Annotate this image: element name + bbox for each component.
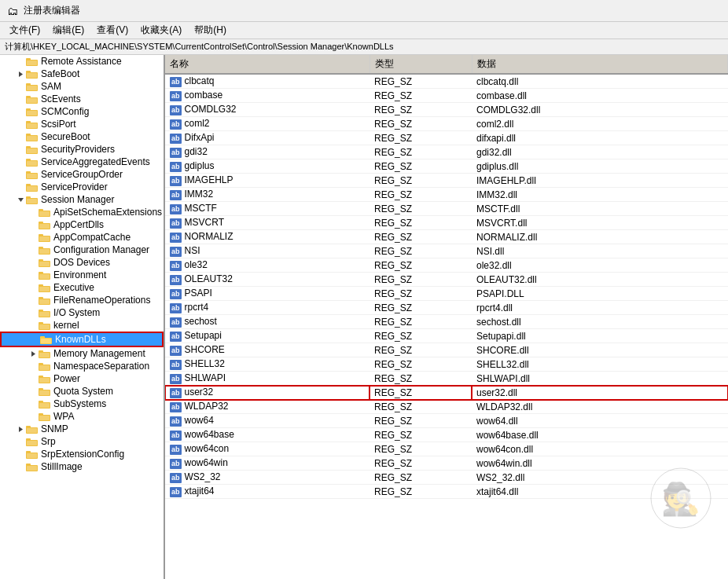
expand-arrow-appcertdlls[interactable] xyxy=(28,220,38,229)
tree-item-sessionmanager[interactable]: Session Manager xyxy=(0,193,164,206)
table-row[interactable]: abxtajit64REG_SZxtajit64.dll xyxy=(165,485,728,499)
tree-item-quotasystem[interactable]: Quota System xyxy=(0,385,164,398)
table-row[interactable]: abcombaseREG_SZcombase.dll xyxy=(165,89,728,103)
tree-item-appcertdlls[interactable]: AppCertDlls xyxy=(0,218,164,231)
expand-arrow-apisetschema[interactable] xyxy=(28,207,38,217)
tree-item-environment[interactable]: Environment xyxy=(0,269,164,281)
table-row[interactable]: abSetupapiREG_SZSetupapi.dll xyxy=(165,329,728,343)
tree-item-subsystems[interactable]: SubSystems xyxy=(0,398,164,410)
table-row[interactable]: abcoml2REG_SZcoml2.dll xyxy=(165,117,728,131)
tree-item-sam[interactable]: SAM xyxy=(0,80,164,93)
expand-arrow-knowndlls[interactable] xyxy=(30,335,39,344)
expand-arrow-securityproviders[interactable] xyxy=(16,145,25,154)
expand-arrow-executive[interactable] xyxy=(28,283,38,292)
table-row[interactable]: abwow64conREG_SZwow64con.dll xyxy=(165,442,728,456)
menu-item-f[interactable]: 文件(F) xyxy=(3,22,46,38)
tree-item-scevents[interactable]: ScEvents xyxy=(0,93,164,105)
expand-arrow-memorymanagement[interactable] xyxy=(28,349,38,358)
tree-item-apisetschema[interactable]: ApiSetSchemaExtensions xyxy=(0,206,164,218)
table-row[interactable]: abgdi32REG_SZgdi32.dll xyxy=(165,145,728,159)
table-row[interactable]: abNSIREG_SZNSI.dll xyxy=(165,244,728,258)
expand-arrow-environment[interactable] xyxy=(28,270,38,280)
table-row[interactable]: abMSVCRTREG_SZMSVCRT.dll xyxy=(165,216,728,230)
table-row[interactable]: abDifxApiREG_SZdifxapi.dll xyxy=(165,131,728,145)
expand-arrow-scmconfig[interactable] xyxy=(16,107,25,116)
expand-arrow-appcompatchache[interactable] xyxy=(28,233,38,242)
tree-item-serviceaggregatedevents[interactable]: ServiceAggregatedEvents xyxy=(0,156,164,168)
tree-item-scmconfig[interactable]: SCMConfig xyxy=(0,105,164,118)
expand-arrow-snmp[interactable] xyxy=(16,424,25,434)
expand-arrow-subsystems[interactable] xyxy=(28,399,38,409)
table-row[interactable]: abole32REG_SZole32.dll xyxy=(165,258,728,273)
table-row[interactable]: abIMAGEHLPREG_SZIMAGEHLP.dll xyxy=(165,174,728,188)
table-row[interactable]: abrpcrt4REG_SZrpcrt4.dll xyxy=(165,301,728,315)
expand-arrow-dosdevices[interactable] xyxy=(28,258,38,267)
expand-arrow-iosystem[interactable] xyxy=(28,308,38,317)
menu-item-v[interactable]: 查看(V) xyxy=(90,22,134,38)
expand-arrow-filerenameoperation[interactable] xyxy=(28,295,38,305)
menu-item-e[interactable]: 编辑(E) xyxy=(46,22,90,38)
tree-panel[interactable]: Remote Assistance SafeBoot SAM ScEvents … xyxy=(0,55,165,579)
table-row[interactable]: absechostREG_SZsechost.dll xyxy=(165,315,728,329)
expand-arrow-stillimage[interactable] xyxy=(16,462,25,471)
tree-item-knowndlls[interactable]: KnownDLLs xyxy=(0,332,164,347)
tree-item-scsiport[interactable]: ScsiPort xyxy=(0,118,164,130)
expand-arrow-sessionmanager[interactable] xyxy=(16,195,25,204)
table-row[interactable]: abWS2_32REG_SZWS2_32.dll xyxy=(165,471,728,485)
expand-arrow-kernel[interactable] xyxy=(28,321,38,330)
tree-item-appcompatchache[interactable]: AppCompatCache xyxy=(0,231,164,244)
expand-arrow-namespaceseparation[interactable] xyxy=(28,361,38,371)
table-row[interactable]: abNORMALIZREG_SZNORMALIZ.dll xyxy=(165,230,728,244)
tree-item-snmp[interactable]: SNMP xyxy=(0,423,164,435)
tree-item-secureboot[interactable]: SecureBoot xyxy=(0,130,164,143)
table-row[interactable]: abPSAPIREG_SZPSAPI.DLL xyxy=(165,287,728,301)
table-row[interactable]: abclbcatqREG_SZclbcatq.dll xyxy=(165,74,728,89)
menu-item-h[interactable]: 帮助(H) xyxy=(188,22,233,38)
tree-item-dosdevices[interactable]: DOS Devices xyxy=(0,256,164,269)
expand-arrow-scevents[interactable] xyxy=(16,94,25,104)
expand-arrow-secureboot[interactable] xyxy=(16,132,25,141)
tree-item-srpextensionconfig[interactable]: SrpExtensionConfig xyxy=(0,448,164,460)
tree-item-serviceprovider[interactable]: ServiceProvider xyxy=(0,181,164,193)
table-row[interactable]: abSHELL32REG_SZSHELL32.dll xyxy=(165,357,728,372)
tree-item-wpa[interactable]: WPA xyxy=(0,410,164,423)
tree-item-remote-assistance[interactable]: Remote Assistance xyxy=(0,55,164,68)
expand-arrow-remote-assistance[interactable] xyxy=(16,57,25,66)
expand-arrow-power[interactable] xyxy=(28,374,38,383)
tree-item-securityproviders[interactable]: SecurityProviders xyxy=(0,143,164,156)
tree-item-executive[interactable]: Executive xyxy=(0,281,164,294)
table-row[interactable]: abOLEAUT32REG_SZOLEAUT32.dll xyxy=(165,273,728,287)
tree-item-iosystem[interactable]: I/O System xyxy=(0,306,164,319)
expand-arrow-quotasystem[interactable] xyxy=(28,387,38,396)
table-row[interactable]: abWLDAP32REG_SZWLDAP32.dll xyxy=(165,400,728,414)
expand-arrow-serviceaggregatedevents[interactable] xyxy=(16,157,25,167)
expand-arrow-srp[interactable] xyxy=(16,437,25,446)
table-row[interactable]: abwow64baseREG_SZwow64base.dll xyxy=(165,428,728,442)
tree-item-servicegrouporder[interactable]: ServiceGroupOrder xyxy=(0,168,164,181)
table-row[interactable]: abSHLWAPIREG_SZSHLWAPI.dll xyxy=(165,372,728,386)
col-header-type[interactable]: 类型 xyxy=(370,55,472,74)
col-header-data[interactable]: 数据 xyxy=(472,55,728,74)
expand-arrow-safeboot[interactable] xyxy=(16,69,25,79)
expand-arrow-srpextensionconfig[interactable] xyxy=(16,449,25,459)
table-row[interactable]: abgdiplusREG_SZgdiplus.dll xyxy=(165,159,728,174)
table-row[interactable]: abIMM32REG_SZIMM32.dll xyxy=(165,188,728,202)
tree-item-power[interactable]: Power xyxy=(0,372,164,385)
tree-item-safeboot[interactable]: SafeBoot xyxy=(0,68,164,80)
expand-arrow-serviceprovider[interactable] xyxy=(16,182,25,192)
table-row[interactable]: abwow64winREG_SZwow64win.dll xyxy=(165,456,728,471)
tree-item-memorymanagement[interactable]: Memory Management xyxy=(0,347,164,360)
table-row[interactable]: abwow64REG_SZwow64.dll xyxy=(165,414,728,428)
tree-item-namespaceseparation[interactable]: NamespaceSeparation xyxy=(0,360,164,372)
expand-arrow-configurationmanager[interactable] xyxy=(28,245,38,255)
col-header-name[interactable]: 名称 xyxy=(165,55,370,74)
table-row[interactable]: abSHCOREREG_SZSHCORE.dll xyxy=(165,343,728,357)
expand-arrow-servicegrouporder[interactable] xyxy=(16,170,25,179)
expand-arrow-sam[interactable] xyxy=(16,82,25,91)
table-row[interactable]: abMSCTFREG_SZMSCTF.dll xyxy=(165,202,728,216)
expand-arrow-scsiport[interactable] xyxy=(16,119,25,129)
tree-item-configurationmanager[interactable]: Configuration Manager xyxy=(0,244,164,256)
tree-item-filerenameoperation[interactable]: FileRenameOperations xyxy=(0,294,164,306)
expand-arrow-wpa[interactable] xyxy=(28,412,38,421)
table-row[interactable]: abCOMDLG32REG_SZCOMDLG32.dll xyxy=(165,103,728,117)
